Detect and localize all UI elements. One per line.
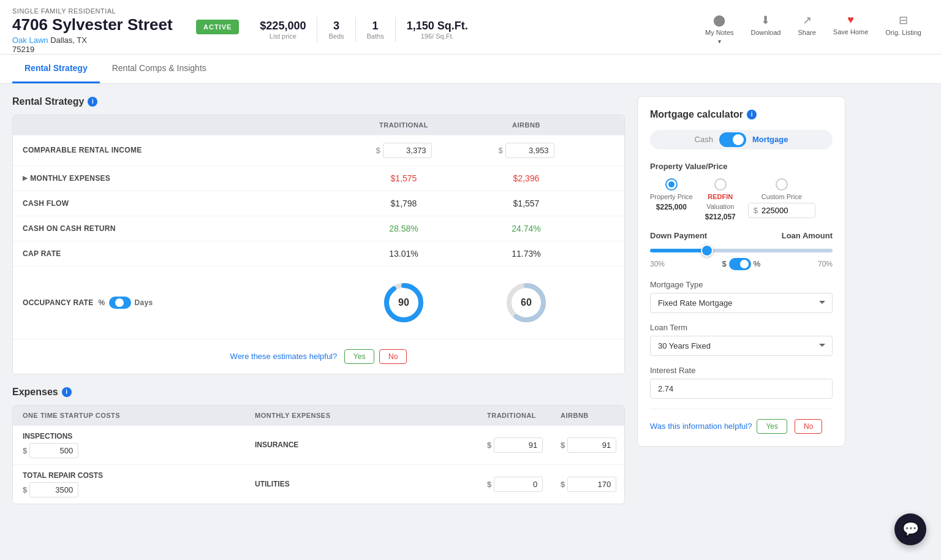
down-payment-label: Down Payment	[650, 231, 707, 240]
custom-dollar-sign: $	[754, 206, 758, 215]
exp-monthly-label-1: INSURANCE	[245, 434, 477, 455]
property-price-radio[interactable]	[665, 178, 678, 191]
expenses-header: ONE TIME STARTUP COSTS MONTHLY EXPENSES …	[13, 406, 624, 425]
custom-price-option[interactable]: Custom Price $	[748, 178, 815, 221]
occupancy-toggle-group: % Days	[99, 297, 153, 309]
helpful-yes-button[interactable]: Yes	[344, 349, 375, 364]
download-button[interactable]: ⬇ Download	[744, 10, 788, 40]
coc-airbnb: 24.74%	[465, 216, 588, 241]
exp-col-traditional: TRADITIONAL	[477, 406, 551, 425]
share-label: Share	[798, 29, 815, 36]
chat-button[interactable]: 💬	[894, 513, 926, 516]
orig-listing-button[interactable]: ⊟ Orig. Listing	[878, 10, 929, 40]
utilities-traditional-input[interactable]	[494, 477, 543, 492]
header-actions: ⬤ My Notes ▾ ⬇ Download ↗ Share ♥ Save H…	[698, 7, 929, 48]
tab-rental-comps[interactable]: Rental Comps & Insights	[100, 55, 219, 83]
unit-toggle[interactable]	[729, 258, 751, 270]
main-content: Rental Strategy i TRADITIONAL AIRBNB COM…	[0, 84, 858, 516]
occupancy-traditional-cell: 90	[342, 274, 465, 331]
dollar-sign-1: $	[376, 146, 380, 155]
mortgage-type-label: Mortgage Type	[650, 280, 833, 289]
unit-toggle-group: $ %	[722, 258, 761, 270]
custom-price-input[interactable]	[761, 206, 811, 215]
expenses-extra	[588, 171, 624, 186]
loan-term-group: Loan Term 30 Years Fixed 15 Years Fixed …	[650, 323, 833, 356]
expenses-row-1: INSPECTIONS $ INSURANCE $	[13, 425, 624, 464]
mortgage-no-button[interactable]: No	[795, 419, 822, 434]
slider-min-pct: 30%	[650, 260, 665, 268]
col-header-airbnb: AIRBNB	[465, 115, 588, 135]
redfin-valuation-value: $212,057	[705, 213, 736, 221]
inspections-input[interactable]	[29, 443, 78, 458]
coc-traditional: 28.58%	[342, 216, 465, 241]
expenses-info-icon[interactable]: i	[62, 387, 72, 397]
dollar-sign-2: $	[498, 146, 502, 155]
income-airbnb-cell: $	[465, 135, 588, 165]
income-traditional-input[interactable]	[383, 143, 432, 158]
dollar-insurance-airbnb: $	[561, 441, 565, 450]
caprate-label: CAP RATE	[13, 242, 342, 265]
table-row-occupancy: OCCUPANCY RATE % Days	[13, 266, 624, 339]
custom-price-radio[interactable]	[776, 178, 788, 191]
dollar-repair: $	[23, 485, 27, 494]
redfin-valuation-option[interactable]: REDFIN Valuation $212,057	[705, 178, 736, 221]
down-payment-section: Down Payment Loan Amount 30% $ % 70%	[650, 231, 833, 270]
tabs-bar: Rental Strategy Rental Comps & Insights	[0, 55, 941, 84]
mortgage-type-group: Mortgage Type Fixed Rate Mortgage Adjust…	[650, 280, 833, 313]
caprate-extra	[588, 246, 624, 261]
slider-values: 30% $ % 70%	[650, 258, 833, 270]
pct-label: %	[99, 298, 105, 307]
cashflow-extra	[588, 196, 624, 211]
repair-input[interactable]	[29, 482, 78, 498]
interest-rate-input[interactable]	[650, 379, 833, 399]
sqft-value: 1,150 Sq.Ft.	[407, 20, 468, 32]
list-price-stat: $225,000 List price	[249, 17, 317, 42]
redfin-valuation-radio[interactable]	[714, 178, 727, 191]
property-location: Oak Lawn Dallas, TX	[12, 36, 184, 45]
insurance-airbnb-input[interactable]	[567, 437, 616, 453]
beds-label: Beds	[328, 32, 344, 40]
table-row-expenses: ▶ MONTHLY EXPENSES $1,575 $2,396	[13, 165, 624, 191]
helpful-row: Were these estimates helpful? Yes No	[13, 339, 624, 374]
loan-term-select[interactable]: 30 Years Fixed 15 Years Fixed 20 Years F…	[650, 336, 833, 356]
days-label: Days	[135, 298, 153, 307]
save-home-label: Save Home	[833, 28, 868, 36]
save-home-button[interactable]: ♥ Save Home	[826, 10, 875, 39]
mortgage-type-select[interactable]: Fixed Rate Mortgage Adjustable Rate Mort…	[650, 293, 833, 313]
rental-strategy-info-icon[interactable]: i	[88, 97, 97, 107]
payment-toggle: Cash Mortgage	[650, 130, 833, 149]
property-address: 4706 Sylvester Street	[12, 16, 184, 34]
down-payment-slider[interactable]	[650, 249, 833, 252]
price-stats: $225,000 List price 3 Beds 1 Baths 1,150…	[249, 17, 478, 42]
dollar-unit: $	[722, 259, 727, 268]
income-airbnb-input[interactable]	[505, 143, 554, 158]
occupancy-toggle[interactable]	[109, 297, 131, 309]
tab-rental-strategy[interactable]: Rental Strategy	[12, 55, 100, 83]
expand-arrow-icon[interactable]: ▶	[23, 175, 28, 181]
exp-traditional-2: $	[477, 471, 551, 498]
mortgage-yes-button[interactable]: Yes	[757, 419, 787, 434]
cash-mortgage-toggle[interactable]	[719, 132, 746, 147]
expenses-traditional: $1,575	[342, 166, 465, 191]
exp-traditional-1: $	[477, 431, 551, 459]
table-row-coc: CASH ON CASH RETURN 28.58% 24.74%	[13, 216, 624, 241]
slider-max-pct: 70%	[818, 260, 833, 268]
my-notes-button[interactable]: ⬤ My Notes ▾	[698, 10, 741, 48]
exp-col-monthly: MONTHLY EXPENSES	[245, 406, 477, 425]
occupancy-traditional-donut: 90	[382, 281, 425, 324]
caprate-airbnb: 11.73%	[465, 241, 588, 266]
list-price-label: List price	[260, 32, 306, 40]
utilities-airbnb-input[interactable]	[567, 477, 616, 492]
insurance-traditional-input[interactable]	[494, 437, 543, 453]
property-price-option[interactable]: Property Price $225,000	[650, 178, 693, 221]
dollar-utilities-trad: $	[487, 480, 491, 489]
share-button[interactable]: ↗ Share	[790, 10, 823, 40]
download-label: Download	[751, 29, 781, 36]
right-panel: Mortgage calculator i Cash Mortgage Prop…	[637, 96, 845, 504]
occupancy-traditional-value: 90	[398, 297, 409, 308]
helpful-no-button[interactable]: No	[379, 349, 407, 364]
mortgage-info-icon[interactable]: i	[747, 110, 757, 119]
cashflow-traditional: $1,798	[342, 191, 465, 216]
notes-icon: ⬤	[713, 13, 725, 27]
property-price-value: $225,000	[656, 203, 687, 211]
